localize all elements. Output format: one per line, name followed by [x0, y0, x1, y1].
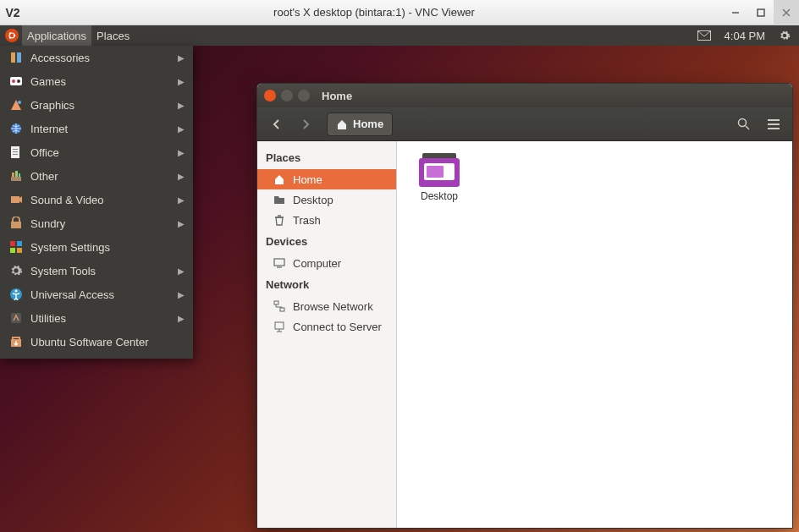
chevron-right-icon: ▶ — [178, 172, 185, 181]
app-menu-games[interactable]: Games ▶ — [0, 69, 193, 93]
app-menu-sundry[interactable]: Sundry ▶ — [0, 211, 193, 235]
app-menu-accessories[interactable]: Accessories ▶ — [0, 46, 193, 69]
fm-toolbar: Home — [257, 107, 792, 141]
settings-indicator[interactable] — [775, 30, 794, 41]
chevron-right-icon: ▶ — [178, 77, 185, 86]
games-icon — [8, 74, 24, 89]
search-icon — [737, 118, 751, 131]
folder-icon — [273, 193, 286, 206]
back-button[interactable] — [264, 112, 289, 136]
hamburger-button[interactable] — [762, 112, 785, 136]
svg-rect-30 — [10, 248, 15, 253]
svg-point-12 — [12, 80, 15, 83]
fm-titlebar[interactable]: Home — [257, 84, 792, 107]
app-menu-universal-access[interactable]: Universal Access ▶ — [0, 282, 193, 306]
sidebar-item-label: Connect to Server — [293, 321, 382, 333]
svg-point-33 — [15, 290, 18, 293]
app-menu-sound-video[interactable]: Sound & Video ▶ — [0, 188, 193, 211]
app-menu-label: Other — [30, 170, 171, 183]
file-item-desktop[interactable]: Desktop — [409, 153, 470, 202]
maximize-icon — [757, 8, 765, 17]
home-icon — [273, 173, 286, 186]
sidebar-item-trash[interactable]: Trash — [257, 210, 396, 230]
chevron-right-icon: ▶ — [178, 101, 185, 110]
ubuntu-desktop[interactable]: Applications Places 4:04 PM Accessories … — [0, 25, 799, 532]
fm-window-title: Home — [322, 90, 352, 102]
ubuntu-logo-icon[interactable] — [5, 29, 19, 42]
fm-body: Places Home Desktop Trash Devices — [257, 141, 792, 528]
universal-access-icon — [8, 287, 24, 302]
close-button[interactable] — [774, 0, 799, 25]
svg-point-13 — [17, 80, 20, 83]
fm-minimize-button[interactable] — [281, 90, 293, 101]
svg-rect-23 — [15, 171, 18, 177]
svg-point-6 — [9, 32, 11, 34]
app-menu-label: Accessories — [30, 52, 171, 64]
file-label: Desktop — [421, 190, 458, 202]
forward-button[interactable] — [293, 112, 318, 136]
app-menu-system-tools[interactable]: System Tools ▶ — [0, 259, 193, 282]
sidebar-item-desktop[interactable]: Desktop — [257, 189, 396, 210]
app-menu-internet[interactable]: Internet ▶ — [0, 117, 193, 140]
internet-icon — [8, 121, 24, 136]
svg-rect-1 — [758, 9, 764, 16]
utilities-icon — [8, 310, 24, 326]
panel-clock[interactable]: 4:04 PM — [719, 30, 770, 42]
fm-close-button[interactable] — [264, 90, 276, 101]
svg-rect-43 — [274, 259, 284, 266]
vnc-logo: V2 — [0, 6, 25, 19]
file-manager-window: Home Home — [256, 83, 793, 529]
path-label: Home — [353, 118, 383, 130]
panel-places[interactable]: Places — [91, 25, 135, 46]
fm-content[interactable]: Desktop — [397, 141, 792, 528]
chevron-right-icon: ▶ — [178, 195, 185, 205]
sound-video-icon — [8, 192, 24, 207]
vnc-window-buttons — [723, 0, 799, 25]
mail-indicator[interactable] — [694, 30, 714, 41]
app-menu-label: System Settings — [30, 241, 185, 254]
vnc-window-title: root's X desktop (bintara:1) - VNC Viewe… — [25, 6, 723, 19]
search-button[interactable] — [730, 112, 758, 136]
svg-rect-31 — [17, 248, 22, 253]
sidebar-item-connect-server[interactable]: Connect to Server — [257, 316, 396, 337]
app-menu-label: Internet — [30, 123, 171, 135]
path-bar[interactable]: Home — [327, 112, 393, 136]
system-settings-icon — [8, 239, 24, 255]
svg-rect-27 — [11, 222, 21, 228]
svg-rect-22 — [12, 173, 14, 177]
chevron-right-icon — [300, 119, 311, 129]
fm-maximize-button[interactable] — [298, 90, 310, 101]
app-menu-utilities[interactable]: Utilities ▶ — [0, 306, 193, 330]
app-menu-software-center[interactable]: Ubuntu Software Center — [0, 330, 193, 354]
sidebar-item-computer[interactable]: Computer — [257, 253, 396, 273]
applications-menu: Accessories ▶ Games ▶ Graphics ▶ Interne… — [0, 46, 193, 359]
app-menu-label: System Tools — [30, 265, 171, 277]
server-icon — [273, 320, 286, 333]
svg-rect-10 — [17, 52, 21, 63]
panel-indicators: 4:04 PM — [694, 30, 794, 42]
panel-applications[interactable]: Applications — [22, 25, 91, 46]
chevron-right-icon: ▶ — [178, 266, 185, 276]
top-panel: Applications Places 4:04 PM — [0, 25, 799, 46]
app-menu-system-settings[interactable]: System Settings — [0, 235, 193, 259]
close-icon — [782, 8, 791, 17]
minimize-button[interactable] — [723, 0, 748, 25]
other-icon — [8, 168, 24, 184]
svg-rect-47 — [275, 322, 284, 329]
fm-sidebar: Places Home Desktop Trash Devices — [257, 141, 397, 528]
maximize-button[interactable] — [748, 0, 774, 25]
svg-rect-28 — [10, 241, 15, 246]
chevron-left-icon — [272, 119, 282, 129]
chevron-right-icon: ▶ — [178, 124, 185, 134]
chevron-right-icon: ▶ — [178, 219, 185, 228]
desktop-folder-icon — [419, 153, 460, 187]
app-menu-graphics[interactable]: Graphics ▶ — [0, 93, 193, 117]
sidebar-item-browse-network[interactable]: Browse Network — [257, 296, 396, 316]
app-menu-office[interactable]: Office ▶ — [0, 140, 193, 164]
svg-rect-29 — [17, 241, 22, 246]
sidebar-item-home[interactable]: Home — [257, 169, 396, 189]
graphics-icon — [8, 97, 24, 112]
app-menu-other[interactable]: Other ▶ — [0, 164, 193, 188]
svg-point-7 — [9, 36, 11, 38]
software-center-icon — [8, 334, 24, 349]
